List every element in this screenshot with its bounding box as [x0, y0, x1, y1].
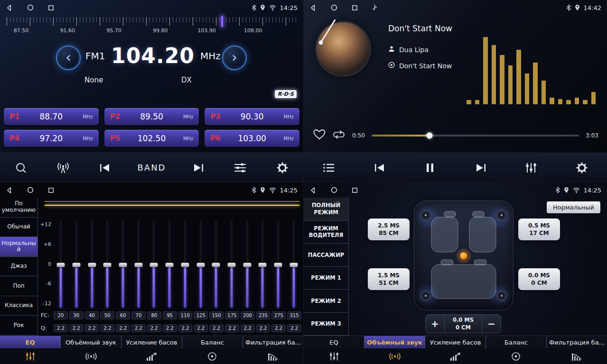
slider-thumb[interactable]: [196, 263, 205, 267]
recents-button[interactable]: [48, 187, 54, 193]
band-button[interactable]: BAND: [137, 163, 166, 173]
tab-surround[interactable]: Объёмный звук: [364, 336, 425, 348]
eq-preset-pop[interactable]: Поп: [0, 276, 37, 296]
home-button[interactable]: [27, 4, 34, 11]
eq-preset-classic[interactable]: Классика: [0, 296, 37, 316]
profile-button[interactable]: Нормальный: [547, 201, 600, 213]
tab-filter[interactable]: Фильтрация ба...: [243, 336, 303, 348]
preset-button-p3[interactable]: P3 90.30 MHz: [205, 108, 299, 125]
tab-surround[interactable]: Объёмный звук: [61, 336, 121, 348]
slider-thumb[interactable]: [88, 263, 96, 267]
tab-balance[interactable]: Баланс: [486, 336, 547, 348]
balance-tab-icon[interactable]: [486, 348, 546, 364]
mode-3[interactable]: РЕЖИМ 3: [304, 313, 348, 336]
favorite-button[interactable]: [313, 129, 326, 142]
slider-thumb[interactable]: [103, 263, 112, 267]
progress-thumb[interactable]: [427, 133, 433, 139]
eq-band-slider[interactable]: [286, 220, 301, 308]
slider-thumb[interactable]: [57, 263, 65, 267]
tab-eq[interactable]: EQ: [0, 336, 61, 348]
eq-band-slider[interactable]: [53, 220, 69, 308]
bass-boost-tab-icon[interactable]: [425, 348, 486, 364]
filter-tab-icon[interactable]: [243, 348, 303, 364]
filter-tab-icon[interactable]: [546, 348, 607, 364]
delay-minus-button[interactable]: −: [482, 315, 501, 333]
tab-eq[interactable]: EQ: [304, 336, 364, 348]
mode-passenger[interactable]: ПАССАЖИР: [304, 244, 348, 267]
delay-rear-right[interactable]: 0.0 MS 0 CM: [518, 268, 560, 290]
preset-button-p6[interactable]: P6 103.00 MHz: [205, 130, 299, 147]
album-art[interactable]: [315, 21, 371, 77]
back-button[interactable]: [6, 4, 13, 11]
eq-tab-icon[interactable]: [0, 348, 61, 364]
frequency-ruler[interactable]: 87.50 91.60 95.70 99.80 103.90 108.00: [7, 17, 297, 36]
delay-plus-button[interactable]: +: [426, 315, 445, 333]
equalizer-button[interactable]: [522, 162, 541, 173]
preset-button-p5[interactable]: P5 102.50 MHz: [104, 130, 199, 147]
repeat-button[interactable]: [332, 129, 346, 142]
eq-band-slider[interactable]: [224, 220, 240, 308]
preset-button-p4[interactable]: P4 97.20 MHz: [4, 130, 99, 147]
recents-button[interactable]: [352, 5, 358, 11]
recents-button[interactable]: [352, 187, 358, 193]
slider-thumb[interactable]: [166, 263, 174, 267]
slider-thumb[interactable]: [150, 263, 158, 267]
tab-balance[interactable]: Баланс: [182, 336, 243, 348]
progress-slider[interactable]: [372, 135, 579, 136]
tab-bass-boost[interactable]: Усиление басов: [121, 336, 182, 348]
settings-gear-button[interactable]: [572, 162, 591, 174]
eq-band-slider[interactable]: [193, 220, 208, 308]
eq-band-slider[interactable]: [69, 220, 84, 308]
eq-preset-rock[interactable]: Рок: [0, 316, 37, 336]
eq-band-slider[interactable]: [146, 220, 162, 308]
slider-thumb[interactable]: [243, 263, 251, 267]
next-track-button[interactable]: [471, 163, 490, 173]
home-button[interactable]: [331, 4, 337, 11]
surround-tab-icon[interactable]: [364, 348, 425, 364]
audio-settings-button[interactable]: [231, 162, 250, 173]
recents-button[interactable]: [48, 5, 54, 11]
back-button[interactable]: [309, 187, 317, 194]
home-button[interactable]: [331, 187, 337, 193]
slider-thumb[interactable]: [227, 263, 235, 267]
slider-thumb[interactable]: [259, 263, 267, 267]
mode-full[interactable]: ПОЛНЫЙ РЕЖИМ: [304, 198, 348, 221]
eq-band-slider[interactable]: [239, 220, 255, 308]
playlist-button[interactable]: [319, 163, 338, 173]
pause-button[interactable]: [420, 163, 439, 173]
eq-preset-normal[interactable]: Нормальный: [0, 237, 37, 257]
previous-track-button[interactable]: [370, 163, 389, 173]
eq-band-slider[interactable]: [115, 220, 131, 308]
eq-tab-icon[interactable]: [304, 348, 364, 364]
delay-front-right[interactable]: 0.5 MS 17 CM: [518, 218, 560, 240]
mode-driver[interactable]: РЕЖИМ ВОДИТЕЛЯ: [304, 221, 348, 244]
slider-thumb[interactable]: [119, 263, 127, 267]
preset-button-p2[interactable]: P2 89.50 MHz: [104, 108, 199, 125]
settings-gear-button[interactable]: [273, 162, 292, 174]
home-button[interactable]: [27, 187, 34, 193]
eq-preset-default[interactable]: По умолчанию: [0, 198, 37, 218]
slider-thumb[interactable]: [289, 263, 298, 267]
back-button[interactable]: [309, 4, 317, 11]
surround-tab-icon[interactable]: [61, 348, 121, 364]
slider-thumb[interactable]: [181, 263, 189, 267]
bass-boost-tab-icon[interactable]: [121, 348, 182, 364]
eq-band-slider[interactable]: [255, 220, 271, 308]
eq-preset-custom[interactable]: Обычай: [0, 218, 37, 237]
slider-thumb[interactable]: [134, 263, 142, 267]
balance-tab-icon[interactable]: [182, 348, 243, 364]
eq-band-slider[interactable]: [131, 220, 146, 308]
eq-band-slider[interactable]: [208, 220, 224, 308]
mode-1[interactable]: РЕЖИМ 1: [304, 267, 348, 290]
eq-band-slider[interactable]: [162, 220, 177, 308]
tab-bass-boost[interactable]: Усиление басов: [425, 336, 486, 348]
delay-front-left[interactable]: 2.5 MS 85 CM: [368, 218, 410, 240]
tab-filter[interactable]: Фильтрация ба...: [547, 336, 607, 348]
previous-station-button[interactable]: [95, 163, 114, 173]
eq-band-slider[interactable]: [100, 220, 115, 308]
mode-2[interactable]: РЕЖИМ 2: [304, 290, 348, 313]
slider-thumb[interactable]: [274, 263, 282, 267]
eq-band-slider[interactable]: [84, 220, 100, 308]
tune-down-button[interactable]: ‹: [56, 46, 81, 70]
preset-button-p1[interactable]: P1 88.70 MHz: [4, 108, 99, 125]
